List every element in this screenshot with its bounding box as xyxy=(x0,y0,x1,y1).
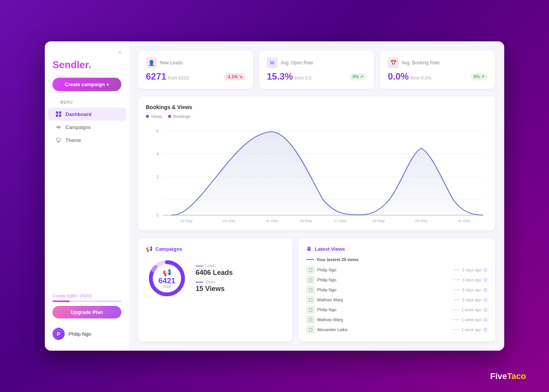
view-link-icon[interactable]: ⬡ xyxy=(484,317,487,322)
svg-rect-3 xyxy=(59,114,61,117)
svg-rect-5 xyxy=(57,141,60,142)
legend-views-label: Views xyxy=(151,114,162,119)
stat-cards-row: 👤 New Leads 6271 from 6333 -1.1% ↘ ✉ Avg… xyxy=(138,51,495,89)
svg-rect-6 xyxy=(58,142,59,142)
sidebar-bottom: Credits 6386 / 25000 Upgrade Plan P Phil… xyxy=(45,294,129,343)
list-item: 📋 Philip Ngo 5 days ago ⬡ xyxy=(306,286,487,294)
upgrade-plan-button[interactable]: Upgrade Plan xyxy=(52,306,121,318)
legend-dot-views xyxy=(146,115,149,118)
sidebar-item-dashboard[interactable]: Dashboard xyxy=(48,108,126,121)
new-leads-from: from 6333 xyxy=(168,75,189,81)
view-name: Alexander Laika xyxy=(317,327,450,332)
legend-bookings: Bookings xyxy=(168,114,190,119)
new-leads-label: New Leads xyxy=(160,60,183,65)
view-name: Philip Ngo xyxy=(317,278,451,282)
svg-text:29 May: 29 May xyxy=(415,219,428,223)
dashboard-icon xyxy=(56,111,62,117)
view-avatar: 📋 xyxy=(306,286,315,294)
view-avatar: 📋 xyxy=(306,276,315,284)
stat-card-open-rate: ✉ Avg. Open Rate 15.3% from 0.0 0% ↗ xyxy=(259,51,374,89)
donut-sub: Total xyxy=(158,284,176,289)
menu-label: MENU xyxy=(52,100,121,105)
view-separator xyxy=(453,329,459,330)
create-campaign-button[interactable]: Create campaign + xyxy=(52,78,121,91)
svg-point-4 xyxy=(58,127,59,128)
latest-views-section-title: 🖥 Latest Views xyxy=(306,246,487,252)
open-rate-from: from 0.0 xyxy=(295,75,312,81)
view-link-icon[interactable]: ⬡ xyxy=(484,287,487,292)
campaigns-section-icon: 📢 xyxy=(146,246,152,252)
credits-bar-fill xyxy=(52,301,70,302)
main-content: 👤 New Leads 6271 from 6333 -1.1% ↘ ✉ Avg… xyxy=(129,41,504,351)
donut-center: 📢 6421 Total xyxy=(158,268,176,289)
view-time: 5 days ago xyxy=(462,268,481,272)
view-name: Mathias Warg xyxy=(317,317,450,322)
donut-icon: 📢 xyxy=(158,268,176,277)
view-separator xyxy=(453,309,459,310)
sidebar-item-dashboard-label: Dashboard xyxy=(65,111,92,117)
svg-text:2: 2 xyxy=(156,175,158,179)
fivetaco-watermark: FiveTaco xyxy=(490,371,526,381)
views-stat: Views 15 Views xyxy=(196,280,233,293)
view-separator xyxy=(453,270,460,270)
view-link-icon[interactable]: ⬡ xyxy=(484,297,487,302)
watermark-five: Five xyxy=(490,371,507,381)
sidebar-item-campaigns-label: Campaigns xyxy=(65,124,91,130)
campaigns-body: 📢 6421 Total Leads 6406 Leads Views 15 V… xyxy=(146,257,285,299)
sidebar-item-campaigns[interactable]: Campaigns xyxy=(48,121,126,134)
svg-text:6: 6 xyxy=(156,129,158,133)
open-rate-value: 15.3% xyxy=(267,71,293,82)
latest-views-card: 🖥 Latest Views Your lastest 25 views 📋 P… xyxy=(299,238,495,341)
view-time: 1 week ago xyxy=(462,318,481,322)
view-time: 5 days ago xyxy=(462,288,481,292)
svg-rect-0 xyxy=(56,111,58,114)
booking-rate-from: from 0.0% xyxy=(410,75,431,81)
booking-rate-value: 0.0% xyxy=(388,71,409,82)
view-separator xyxy=(453,319,459,320)
view-name: Mathias Warg xyxy=(317,297,451,302)
bookings-views-chart-card: Bookings & Views Views Bookings xyxy=(138,96,495,230)
sidebar: « Sendler. Create campaign + MENU Dashbo… xyxy=(45,41,129,351)
view-time: 5 days ago xyxy=(462,278,481,282)
leads-stat-value: 6406 Leads xyxy=(196,269,233,277)
svg-text:24 May: 24 May xyxy=(223,219,235,223)
user-name: Philip Ngo xyxy=(69,331,91,337)
svg-text:28 May: 28 May xyxy=(372,219,385,223)
svg-rect-1 xyxy=(59,111,61,114)
campaigns-stats: Leads 6406 Leads Views 15 Views xyxy=(196,264,233,293)
user-avatar: P xyxy=(52,328,65,340)
chart-legend: Views Bookings xyxy=(146,114,487,119)
view-link-icon[interactable]: ⬡ xyxy=(484,327,487,332)
view-link-icon[interactable]: ⬡ xyxy=(484,268,487,273)
new-leads-badge: -1.1% ↘ xyxy=(224,73,245,80)
app-logo: Sendler. xyxy=(52,59,121,71)
view-name: Philip Ngo xyxy=(317,307,450,312)
sidebar-nav: Dashboard Campaigns xyxy=(45,108,129,147)
svg-text:25 May: 25 May xyxy=(265,219,278,223)
collapse-button[interactable]: « xyxy=(52,49,121,55)
legend-bookings-label: Bookings xyxy=(173,114,190,119)
latest-views-icon: 🖥 xyxy=(306,246,312,252)
open-rate-icon: ✉ xyxy=(267,57,278,68)
svg-text:23 May: 23 May xyxy=(180,219,193,223)
donut-chart: 📢 6421 Total xyxy=(146,257,188,299)
view-separator xyxy=(453,289,460,290)
view-name: Philip Ngo xyxy=(317,287,451,292)
open-rate-label: Avg. Open Rate xyxy=(281,60,313,65)
open-rate-badge: 0% ↗ xyxy=(350,73,366,80)
sidebar-item-theme-label: Theme xyxy=(65,137,81,143)
view-link-icon[interactable]: ⬡ xyxy=(484,307,487,312)
sidebar-item-theme[interactable]: Theme xyxy=(48,134,126,147)
header-dash xyxy=(306,259,314,260)
views-stat-label: Views xyxy=(196,280,233,284)
bottom-section: 📢 Campaigns 📢 6421 Total xyxy=(138,238,495,341)
campaigns-icon xyxy=(56,124,62,130)
view-avatar: 📋 xyxy=(306,325,315,334)
theme-icon xyxy=(56,137,62,143)
credits-label: Credits 6386 / 25000 xyxy=(52,294,121,298)
view-link-icon[interactable]: ⬡ xyxy=(484,278,487,283)
view-avatar: 📋 xyxy=(306,296,315,304)
chart-title: Bookings & Views xyxy=(146,104,487,110)
list-item: 📋 Philip Ngo 5 days ago ⬡ xyxy=(306,266,487,274)
list-item: 📋 Philip Ngo 5 days ago ⬡ xyxy=(306,276,487,284)
